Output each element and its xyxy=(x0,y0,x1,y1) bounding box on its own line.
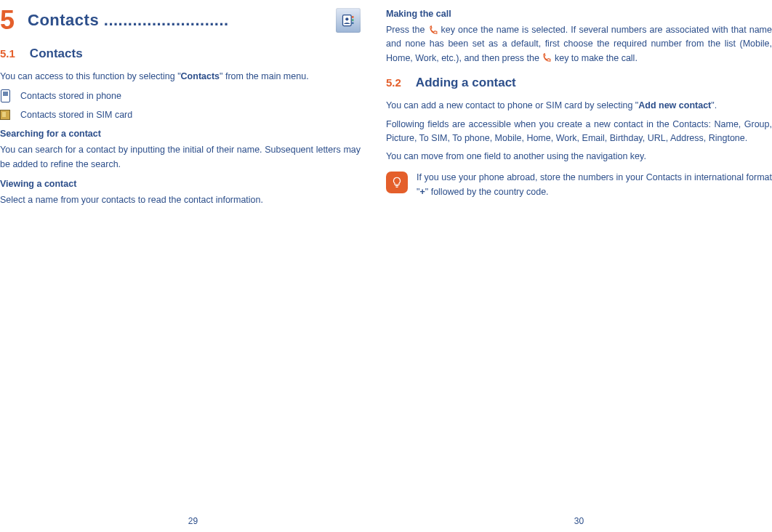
text-fragment: " followed by the country code. xyxy=(425,187,549,197)
viewing-body: Select a name from your contacts to read… xyxy=(0,193,361,207)
making-call-body: Press the key once the name is selected.… xyxy=(386,23,772,65)
page-right: Making the call Press the key once the n… xyxy=(386,0,772,532)
lightbulb-icon xyxy=(386,172,408,193)
text-fragment: You can access to this function by selec… xyxy=(0,71,181,81)
text-fragment: ". xyxy=(711,100,717,110)
subhead-searching: Searching for a contact xyxy=(0,129,361,139)
chapter-number: 5 xyxy=(0,7,15,33)
section-number: 5.2 xyxy=(386,76,401,89)
svg-rect-2 xyxy=(352,16,354,18)
tip-block: If you use your phone abroad, store the … xyxy=(386,170,772,200)
storage-label: Contacts stored in SIM card xyxy=(20,110,132,120)
searching-body: You can search for a contact by inputtin… xyxy=(0,143,361,172)
contacts-app-icon xyxy=(336,8,361,33)
section-title: Contacts xyxy=(30,47,83,61)
phone-storage-icon xyxy=(0,89,10,102)
storage-row-phone: Contacts stored in phone xyxy=(0,89,361,102)
chapter-title: Contacts .......................... xyxy=(28,11,333,30)
text-bold: Add new contact xyxy=(638,100,711,110)
text-fragment: Press the xyxy=(386,25,428,35)
page-number: 30 xyxy=(386,516,772,526)
page-left: 5 Contacts .......................... 5.… xyxy=(0,0,386,532)
sim-storage-icon xyxy=(0,108,10,121)
text-fragment: key to make the call. xyxy=(552,53,637,63)
intro-paragraph: You can access to this function by selec… xyxy=(0,70,361,84)
section-number: 5.1 xyxy=(0,47,15,60)
svg-rect-4 xyxy=(352,23,354,25)
call-key-icon xyxy=(542,53,552,63)
text-fragment: " from the main menu. xyxy=(220,71,309,81)
svg-point-1 xyxy=(345,17,348,20)
fields-body: Following fields are accessible when you… xyxy=(386,118,772,146)
add-contact-body: You can add a new contact to phone or SI… xyxy=(386,99,772,113)
section-title: Adding a contact xyxy=(416,76,516,90)
section-5-2: 5.2 Adding a contact xyxy=(386,76,772,90)
text-bold: + xyxy=(419,187,425,197)
call-key-icon xyxy=(428,25,438,36)
text-bold: Contacts xyxy=(181,71,220,81)
section-5-1: 5.1 Contacts xyxy=(0,47,361,61)
subhead-making-call: Making the call xyxy=(386,9,772,19)
chapter-header: 5 Contacts .......................... xyxy=(0,7,361,33)
storage-label: Contacts stored in phone xyxy=(20,91,121,101)
subhead-viewing: Viewing a contact xyxy=(0,179,361,189)
text-fragment: You can add a new contact to phone or SI… xyxy=(386,100,638,110)
svg-rect-3 xyxy=(352,19,354,21)
tip-text: If you use your phone abroad, store the … xyxy=(417,170,772,200)
storage-row-sim: Contacts stored in SIM card xyxy=(0,108,361,121)
nav-body: You can move from one field to another u… xyxy=(386,150,772,164)
page-number: 29 xyxy=(0,516,386,526)
